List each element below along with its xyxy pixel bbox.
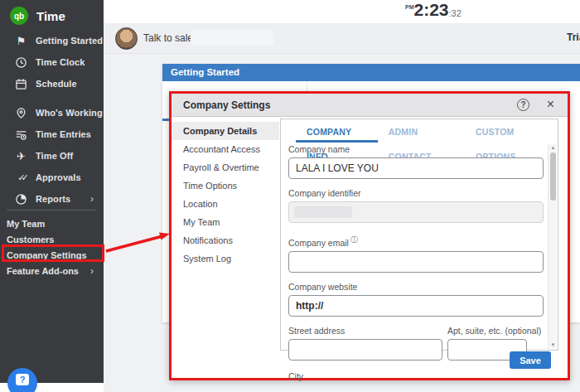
clock-icon — [14, 56, 28, 70]
settings-nav-accountant-access[interactable]: Accountant Access — [172, 140, 279, 158]
sidebar-item-customers[interactable]: Customers — [0, 231, 104, 247]
getting-started-header: Getting Started — [162, 64, 580, 81]
clock-seconds: :32 — [449, 8, 462, 18]
settings-nav-payroll-overtime[interactable]: Payroll & Overtime — [172, 158, 279, 177]
scrollbar-thumb[interactable] — [550, 152, 556, 201]
flag-icon: ⚑ — [14, 34, 28, 48]
sidebar-item-feature-add-ons[interactable]: Feature Add-ons › — [0, 263, 104, 278]
tab-company-info[interactable]: COMPANY INFO — [296, 119, 378, 143]
company-details-panel: COMPANY INFO ADMIN CONTACT CUSTOM OPTION… — [280, 119, 558, 351]
sidebar-item-approvals[interactable]: ✓✓ Approvals — [0, 167, 104, 188]
chevron-right-icon: › — [90, 265, 94, 277]
chevron-right-icon: › — [90, 193, 94, 205]
company-name-field[interactable] — [288, 157, 544, 179]
redacted-identifier — [294, 206, 352, 218]
info-icon: ⓘ — [350, 235, 358, 244]
sales-rep-avatar — [115, 27, 138, 50]
settings-nav-location[interactable]: Location — [172, 195, 279, 213]
calendar-icon — [14, 77, 28, 91]
modal-settings-nav: Company Details Accountant Access Payrol… — [172, 118, 279, 378]
tab-custom-options[interactable]: CUSTOM OPTIONS — [465, 119, 558, 143]
settings-nav-my-team[interactable]: My Team — [172, 213, 279, 231]
airplane-icon: ✈ — [14, 149, 28, 163]
sidebar-item-my-team[interactable]: My Team — [0, 215, 104, 231]
detail-tabs: COMPANY INFO ADMIN CONTACT CUSTOM OPTION… — [281, 119, 558, 143]
app-window: PM 2:23 :32 qb QuickBooks Talk to sales:… — [0, 0, 580, 392]
redacted-phone-area — [191, 30, 273, 45]
pie-chart-icon — [14, 192, 28, 206]
modal-title: Company Settings — [183, 99, 270, 111]
help-icon: ? — [16, 374, 29, 385]
street-address-label: Street address — [288, 326, 442, 336]
settings-nav-time-options[interactable]: Time Options — [172, 177, 279, 195]
settings-nav-notifications[interactable]: Notifications — [172, 231, 279, 249]
top-bar: PM 2:23 :32 qb QuickBooks — [104, 0, 580, 23]
app-sidebar: qb Time ⚑ Getting Started Time Clock Sch… — [0, 0, 104, 383]
list-clock-icon — [14, 128, 28, 142]
company-identifier-field — [288, 201, 544, 223]
sidebar-nav: ⚑ Getting Started Time Clock Schedule Wh… — [0, 30, 104, 210]
apt-suite-label: Apt, suite, etc. (optional) — [447, 326, 544, 336]
double-check-icon: ✓✓ — [14, 171, 28, 185]
sidebar-item-time-clock[interactable]: Time Clock — [0, 51, 104, 73]
sidebar-item-schedule[interactable]: Schedule — [0, 73, 104, 94]
clock-display: PM 2:23 :32 — [405, 1, 462, 19]
sidebar-item-time-entries[interactable]: Time Entries — [0, 123, 104, 145]
form-scrollbar[interactable]: ▲ ▼ — [548, 144, 557, 349]
sidebar-secondary-nav: My Team Customers Company Settings Featu… — [0, 215, 104, 278]
company-info-form: Company name Company identifier Company … — [288, 144, 544, 385]
sidebar-item-reports[interactable]: Reports › — [0, 188, 104, 210]
company-settings-modal: Company Settings ? × Company Details Acc… — [169, 91, 570, 380]
close-icon[interactable]: × — [547, 97, 554, 112]
modal-help-icon[interactable]: ? — [517, 99, 529, 111]
sidebar-item-company-settings[interactable]: Company Settings — [0, 247, 104, 263]
company-identifier-label: Company identifier — [288, 188, 544, 198]
location-pin-icon — [14, 106, 28, 120]
company-website-field[interactable] — [288, 295, 544, 317]
company-website-label: Company website — [288, 282, 544, 292]
scroll-down-icon[interactable]: ▼ — [549, 341, 558, 349]
tab-admin-contact[interactable]: ADMIN CONTACT — [378, 119, 465, 143]
save-button[interactable]: Save — [510, 351, 551, 369]
brand-row: qb Time — [10, 7, 65, 25]
sidebar-divider — [7, 210, 97, 211]
sidebar-item-time-off[interactable]: ✈ Time Off — [0, 145, 104, 167]
company-name-label: Company name — [288, 144, 544, 154]
qb-logo-icon: qb — [10, 7, 28, 25]
talk-to-sales-bar: Talk to sales: Trial — [104, 23, 580, 54]
settings-nav-system-log[interactable]: System Log — [172, 249, 279, 268]
city-label: City — [288, 371, 544, 381]
settings-nav-company-details[interactable]: Company Details — [172, 122, 279, 140]
scroll-up-icon[interactable]: ▲ — [549, 144, 558, 152]
sidebar-item-whos-working[interactable]: Who's Working — [0, 102, 104, 123]
help-bubble-button[interactable]: ? — [7, 368, 37, 392]
company-email-field[interactable] — [288, 251, 544, 273]
modal-title-bar: Company Settings ? × — [172, 94, 568, 117]
trial-label: Trial — [567, 31, 580, 43]
company-email-label: Company emailⓘ — [288, 235, 544, 248]
sidebar-item-getting-started[interactable]: ⚑ Getting Started — [0, 30, 104, 51]
brand-name: Time — [36, 9, 65, 23]
clock-meridiem: PM — [405, 4, 414, 10]
street-address-field[interactable] — [288, 339, 442, 361]
clock-time: 2:23 — [414, 1, 449, 19]
